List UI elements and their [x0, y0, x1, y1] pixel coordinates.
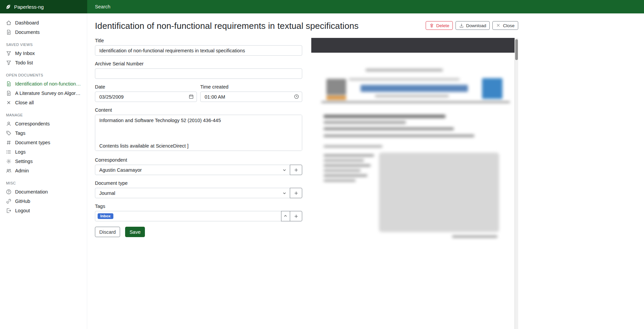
content-label: Content	[95, 107, 302, 113]
time-field: Time created	[200, 84, 302, 102]
chevron-down-icon	[282, 191, 286, 195]
title-label: Title	[95, 38, 302, 43]
sidebar-item-label: GitHub	[15, 199, 30, 204]
sidebar-item-label: Identification of non-functional require…	[15, 81, 81, 87]
title-input[interactable]	[95, 45, 302, 56]
sidebar-item-github[interactable]: GitHub	[0, 197, 87, 206]
sidebar-item-label: Todo list	[15, 60, 33, 65]
file-text-icon	[6, 30, 11, 35]
page-header: Identification of non-functional require…	[95, 13, 518, 32]
asn-field: Archive Serial Number	[95, 61, 302, 79]
sidebar-item-documents[interactable]: Documents	[0, 28, 87, 37]
x-icon	[6, 100, 11, 105]
sidebar-item-label: Documents	[15, 30, 40, 35]
sidebar-item-documentation[interactable]: Documentation	[0, 187, 87, 197]
correspondent-label: Correspondent	[95, 157, 302, 163]
document-edit-form: Title Archive Serial Number Date	[95, 38, 302, 237]
sidebar-item-settings[interactable]: Settings	[0, 157, 87, 166]
content-field: Content Information and Software Technol…	[95, 107, 302, 152]
download-button-label: Download	[466, 23, 486, 28]
pdf-scrollbar[interactable]	[515, 38, 518, 329]
people-icon	[6, 168, 11, 173]
date-field: Date	[95, 84, 197, 102]
tags-input[interactable]: Inbox	[95, 211, 281, 221]
title-field: Title	[95, 38, 302, 56]
time-input[interactable]	[200, 92, 302, 102]
file-text-icon	[6, 91, 11, 96]
tags-field: Tags Inbox	[95, 204, 302, 221]
sidebar-item-label: Dashboard	[15, 20, 39, 25]
plus-icon	[294, 214, 299, 219]
sidebar-item-todo-list[interactable]: Todo list	[0, 58, 87, 67]
tag-badge-inbox[interactable]: Inbox	[98, 213, 113, 219]
page-title: Identification of non-functional require…	[95, 19, 359, 32]
content-textarea[interactable]: Information and Software Technology 52 (…	[95, 115, 302, 151]
pdf-page	[311, 53, 515, 329]
add-correspondent-button[interactable]	[290, 165, 302, 175]
pdf-toolbar[interactable]	[311, 38, 515, 53]
sidebar-section-header-saved-views: SAVED VIEWS	[0, 37, 87, 49]
sidebar-item-dashboard[interactable]: Dashboard	[0, 18, 87, 28]
close-icon	[496, 23, 501, 28]
tags-dropdown-button[interactable]	[281, 211, 290, 221]
sidebar-item-label: A Literature Survey on Algorithms for Mu…	[15, 91, 81, 96]
brand[interactable]: Paperless-ng	[0, 0, 87, 13]
document-type-select[interactable]: Journal	[95, 188, 290, 198]
form-buttons: Discard Save	[95, 227, 302, 237]
time-label: Time created	[200, 84, 302, 90]
caret-up-icon	[283, 214, 288, 219]
date-time-row: Date Time created	[95, 84, 302, 102]
tag-icon	[6, 130, 11, 136]
document-type-label: Document type	[95, 180, 302, 186]
link-icon	[6, 199, 11, 204]
search-input[interactable]	[95, 4, 303, 9]
download-button[interactable]: Download	[455, 21, 490, 30]
sidebar-item-label: Correspondents	[15, 121, 50, 126]
sidebar-section-header-open-documents: OPEN DOCUMENTS	[0, 67, 87, 79]
sidebar-item-correspondents[interactable]: Correspondents	[0, 119, 87, 128]
question-icon	[6, 189, 11, 195]
funnel-icon	[6, 51, 11, 56]
date-input[interactable]	[95, 92, 197, 102]
save-button[interactable]: Save	[125, 227, 145, 237]
sidebar-section-header-misc: MISC	[0, 175, 87, 187]
sidebar-item-logout[interactable]: Logout	[0, 206, 87, 215]
home-icon	[6, 20, 11, 25]
sidebar-item-admin[interactable]: Admin	[0, 166, 87, 175]
close-button-label: Close	[503, 23, 515, 28]
main-content: Identification of non-functional require…	[87, 13, 644, 329]
delete-button[interactable]: Delete	[426, 21, 453, 30]
leaf-logo-icon	[5, 4, 11, 10]
document-type-value: Journal	[99, 190, 115, 196]
pdf-blurred-content	[311, 53, 515, 329]
sidebar-item-document-types[interactable]: Document types	[0, 138, 87, 147]
sidebar-item-a-literature-survey-on-algorithms-for-mu[interactable]: A Literature Survey on Algorithms for Mu…	[0, 89, 87, 98]
close-button[interactable]: Close	[492, 21, 518, 30]
discard-button[interactable]: Discard	[95, 227, 120, 237]
sidebar-item-logs[interactable]: Logs	[0, 147, 87, 157]
plus-icon	[294, 191, 299, 196]
chevron-down-icon	[282, 168, 286, 172]
pdf-preview	[311, 38, 518, 329]
asn-input[interactable]	[95, 68, 302, 79]
download-icon	[459, 23, 464, 28]
sidebar-item-label: Documentation	[15, 189, 48, 195]
plus-icon	[294, 168, 299, 172]
pdf-scrollbar-thumb[interactable]	[515, 39, 518, 60]
sidebar-item-my-inbox[interactable]: My Inbox	[0, 49, 87, 58]
topbar: Paperless-ng	[0, 0, 644, 13]
gear-icon	[6, 159, 11, 164]
sidebar-item-label: Document types	[15, 140, 50, 145]
sidebar-item-identification-of-non-functional-requirem[interactable]: Identification of non-functional require…	[0, 79, 87, 89]
brand-name: Paperless-ng	[14, 4, 44, 10]
add-document-type-button[interactable]	[290, 188, 302, 198]
list-icon	[6, 149, 11, 155]
sidebar-item-close-all[interactable]: Close all	[0, 98, 87, 107]
person-icon	[6, 121, 11, 126]
file-text-icon	[6, 81, 11, 87]
sidebar-item-label: Tags	[15, 130, 25, 136]
sidebar-item-tags[interactable]: Tags	[0, 128, 87, 138]
correspondent-select[interactable]: Agustin Casamayor	[95, 165, 290, 175]
add-tag-button[interactable]	[290, 211, 302, 221]
correspondent-field: Correspondent Agustin Casamayor	[95, 157, 302, 175]
